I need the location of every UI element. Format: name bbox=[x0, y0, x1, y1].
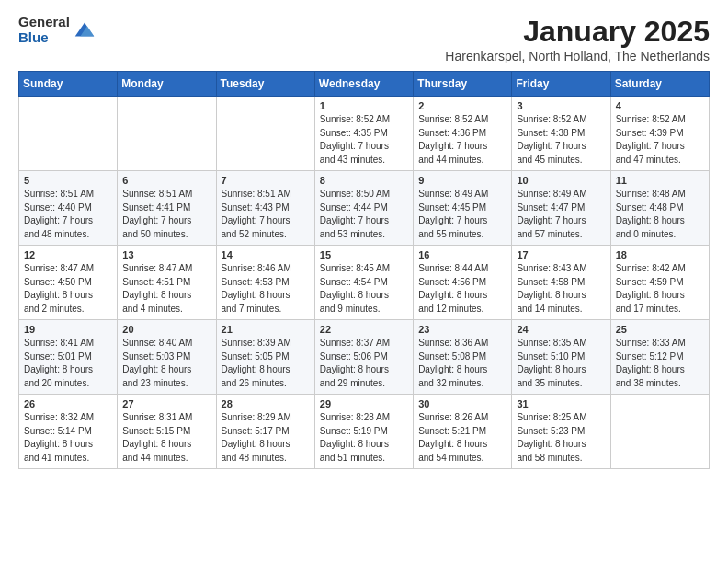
day-number: 21 bbox=[222, 324, 310, 335]
cell-content: Sunrise: 8:25 AM Sunset: 5:23 PM Dayligh… bbox=[517, 411, 605, 465]
cell-w2-d4: 16Sunrise: 8:44 AM Sunset: 4:56 PM Dayli… bbox=[414, 246, 512, 320]
cell-w3-d0: 19Sunrise: 8:41 AM Sunset: 5:01 PM Dayli… bbox=[19, 320, 118, 395]
day-number: 26 bbox=[24, 398, 112, 409]
cell-w0-d2 bbox=[216, 97, 314, 171]
logo-general: General bbox=[18, 15, 70, 30]
cell-content: Sunrise: 8:40 AM Sunset: 5:03 PM Dayligh… bbox=[122, 337, 210, 390]
week-row-1: 5Sunrise: 8:51 AM Sunset: 4:40 PM Daylig… bbox=[19, 171, 710, 246]
cell-w4-d0: 26Sunrise: 8:32 AM Sunset: 5:14 PM Dayli… bbox=[19, 395, 118, 469]
day-number: 23 bbox=[418, 324, 506, 335]
day-number: 16 bbox=[418, 249, 506, 260]
cell-content: Sunrise: 8:51 AM Sunset: 4:40 PM Dayligh… bbox=[24, 188, 112, 241]
cell-content: Sunrise: 8:52 AM Sunset: 4:35 PM Dayligh… bbox=[320, 113, 408, 167]
cell-w0-d5: 3Sunrise: 8:52 AM Sunset: 4:38 PM Daylig… bbox=[512, 97, 610, 171]
day-number: 4 bbox=[616, 100, 704, 111]
cell-content: Sunrise: 8:52 AM Sunset: 4:38 PM Dayligh… bbox=[517, 113, 605, 167]
day-number: 17 bbox=[517, 249, 605, 260]
cell-w0-d6: 4Sunrise: 8:52 AM Sunset: 4:39 PM Daylig… bbox=[610, 97, 709, 171]
cell-content: Sunrise: 8:48 AM Sunset: 4:48 PM Dayligh… bbox=[616, 188, 704, 241]
cell-content: Sunrise: 8:49 AM Sunset: 4:45 PM Dayligh… bbox=[418, 188, 506, 241]
cell-content: Sunrise: 8:41 AM Sunset: 5:01 PM Dayligh… bbox=[24, 337, 112, 390]
day-number: 30 bbox=[418, 398, 506, 409]
day-number: 8 bbox=[320, 175, 408, 186]
cell-content: Sunrise: 8:42 AM Sunset: 4:59 PM Dayligh… bbox=[616, 262, 704, 316]
cell-content: Sunrise: 8:35 AM Sunset: 5:10 PM Dayligh… bbox=[517, 337, 605, 390]
logo-text: General Blue bbox=[18, 15, 70, 45]
cell-w2-d1: 13Sunrise: 8:47 AM Sunset: 4:51 PM Dayli… bbox=[118, 246, 216, 320]
cell-content: Sunrise: 8:46 AM Sunset: 4:53 PM Dayligh… bbox=[222, 262, 310, 316]
logo: General Blue bbox=[18, 15, 97, 45]
logo-icon bbox=[72, 17, 97, 43]
cell-content: Sunrise: 8:31 AM Sunset: 5:15 PM Dayligh… bbox=[122, 411, 210, 465]
day-number: 5 bbox=[24, 175, 112, 186]
calendar-subtitle: Harenkarspel, North Holland, The Netherl… bbox=[445, 49, 710, 63]
header: General Blue January 2025 Harenkarspel, … bbox=[18, 15, 710, 63]
col-sunday: Sunday bbox=[19, 72, 118, 97]
day-number: 1 bbox=[320, 100, 408, 111]
week-row-2: 12Sunrise: 8:47 AM Sunset: 4:50 PM Dayli… bbox=[19, 246, 710, 320]
cell-content: Sunrise: 8:43 AM Sunset: 4:58 PM Dayligh… bbox=[517, 262, 605, 316]
day-number: 7 bbox=[222, 175, 310, 186]
cell-content: Sunrise: 8:50 AM Sunset: 4:44 PM Dayligh… bbox=[320, 188, 408, 241]
title-block: January 2025 Harenkarspel, North Holland… bbox=[445, 15, 710, 63]
day-number: 25 bbox=[616, 324, 704, 335]
cell-w4-d3: 29Sunrise: 8:28 AM Sunset: 5:19 PM Dayli… bbox=[314, 395, 413, 469]
day-number: 31 bbox=[517, 398, 605, 409]
day-number: 2 bbox=[418, 100, 506, 111]
day-number: 10 bbox=[517, 175, 605, 186]
day-number: 12 bbox=[24, 249, 112, 260]
col-tuesday: Tuesday bbox=[216, 72, 314, 97]
col-saturday: Saturday bbox=[610, 72, 709, 97]
col-friday: Friday bbox=[512, 72, 610, 97]
header-row: Sunday Monday Tuesday Wednesday Thursday… bbox=[19, 72, 710, 97]
cell-w0-d1 bbox=[118, 97, 216, 171]
cell-w4-d5: 31Sunrise: 8:25 AM Sunset: 5:23 PM Dayli… bbox=[512, 395, 610, 469]
cell-w3-d1: 20Sunrise: 8:40 AM Sunset: 5:03 PM Dayli… bbox=[118, 320, 216, 395]
day-number: 6 bbox=[122, 175, 210, 186]
cell-w1-d6: 11Sunrise: 8:48 AM Sunset: 4:48 PM Dayli… bbox=[610, 171, 709, 246]
cell-w4-d1: 27Sunrise: 8:31 AM Sunset: 5:15 PM Dayli… bbox=[118, 395, 216, 469]
cell-content: Sunrise: 8:37 AM Sunset: 5:06 PM Dayligh… bbox=[320, 337, 408, 390]
cell-content: Sunrise: 8:45 AM Sunset: 4:54 PM Dayligh… bbox=[320, 262, 408, 316]
day-number: 15 bbox=[320, 249, 408, 260]
cell-w0-d3: 1Sunrise: 8:52 AM Sunset: 4:35 PM Daylig… bbox=[314, 97, 413, 171]
cell-w1-d5: 10Sunrise: 8:49 AM Sunset: 4:47 PM Dayli… bbox=[512, 171, 610, 246]
day-number: 27 bbox=[122, 398, 210, 409]
day-number: 14 bbox=[222, 249, 310, 260]
day-number: 13 bbox=[122, 249, 210, 260]
calendar-table: Sunday Monday Tuesday Wednesday Thursday… bbox=[18, 71, 710, 469]
day-number: 3 bbox=[517, 100, 605, 111]
day-number: 28 bbox=[222, 398, 310, 409]
cell-content: Sunrise: 8:36 AM Sunset: 5:08 PM Dayligh… bbox=[418, 337, 506, 390]
cell-w2-d3: 15Sunrise: 8:45 AM Sunset: 4:54 PM Dayli… bbox=[314, 246, 413, 320]
cell-w1-d1: 6Sunrise: 8:51 AM Sunset: 4:41 PM Daylig… bbox=[118, 171, 216, 246]
week-row-3: 19Sunrise: 8:41 AM Sunset: 5:01 PM Dayli… bbox=[19, 320, 710, 395]
cell-w2-d5: 17Sunrise: 8:43 AM Sunset: 4:58 PM Dayli… bbox=[512, 246, 610, 320]
cell-content: Sunrise: 8:47 AM Sunset: 4:51 PM Dayligh… bbox=[122, 262, 210, 316]
col-thursday: Thursday bbox=[414, 72, 512, 97]
day-number: 19 bbox=[24, 324, 112, 335]
cell-content: Sunrise: 8:52 AM Sunset: 4:36 PM Dayligh… bbox=[418, 113, 506, 167]
cell-content: Sunrise: 8:29 AM Sunset: 5:17 PM Dayligh… bbox=[222, 411, 310, 465]
cell-content: Sunrise: 8:26 AM Sunset: 5:21 PM Dayligh… bbox=[418, 411, 506, 465]
cell-content: Sunrise: 8:39 AM Sunset: 5:05 PM Dayligh… bbox=[222, 337, 310, 390]
cell-w1-d0: 5Sunrise: 8:51 AM Sunset: 4:40 PM Daylig… bbox=[19, 171, 118, 246]
week-row-0: 1Sunrise: 8:52 AM Sunset: 4:35 PM Daylig… bbox=[19, 97, 710, 171]
page: General Blue January 2025 Harenkarspel, … bbox=[0, 0, 728, 484]
cell-content: Sunrise: 8:33 AM Sunset: 5:12 PM Dayligh… bbox=[616, 337, 704, 390]
cell-w0-d4: 2Sunrise: 8:52 AM Sunset: 4:36 PM Daylig… bbox=[414, 97, 512, 171]
day-number: 29 bbox=[320, 398, 408, 409]
col-wednesday: Wednesday bbox=[314, 72, 413, 97]
cell-w3-d6: 25Sunrise: 8:33 AM Sunset: 5:12 PM Dayli… bbox=[610, 320, 709, 395]
cell-w3-d4: 23Sunrise: 8:36 AM Sunset: 5:08 PM Dayli… bbox=[414, 320, 512, 395]
day-number: 22 bbox=[320, 324, 408, 335]
cell-w4-d2: 28Sunrise: 8:29 AM Sunset: 5:17 PM Dayli… bbox=[216, 395, 314, 469]
day-number: 9 bbox=[418, 175, 506, 186]
day-number: 11 bbox=[616, 175, 704, 186]
cell-w2-d2: 14Sunrise: 8:46 AM Sunset: 4:53 PM Dayli… bbox=[216, 246, 314, 320]
cell-content: Sunrise: 8:28 AM Sunset: 5:19 PM Dayligh… bbox=[320, 411, 408, 465]
cell-w1-d2: 7Sunrise: 8:51 AM Sunset: 4:43 PM Daylig… bbox=[216, 171, 314, 246]
week-row-4: 26Sunrise: 8:32 AM Sunset: 5:14 PM Dayli… bbox=[19, 395, 710, 469]
cell-w2-d0: 12Sunrise: 8:47 AM Sunset: 4:50 PM Dayli… bbox=[19, 246, 118, 320]
cell-content: Sunrise: 8:44 AM Sunset: 4:56 PM Dayligh… bbox=[418, 262, 506, 316]
